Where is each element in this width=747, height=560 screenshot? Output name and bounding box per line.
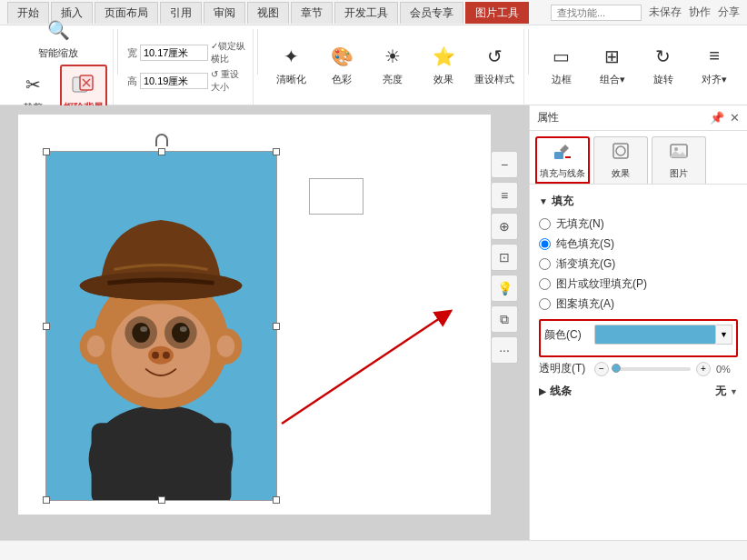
transparency-slider[interactable] <box>614 367 691 371</box>
text-align-tool-btn[interactable]: ≡ <box>491 182 518 209</box>
text-box <box>309 178 364 215</box>
width-input[interactable] <box>140 45 208 61</box>
panel-content: ▼ 填充 无填充(N) 纯色填充(S) 渐变填充(G) 图片或纹理填充(P) <box>530 185 747 540</box>
color-section-highlight: 颜色(C) ▼ <box>539 319 738 357</box>
lines-section-header[interactable]: ▶ 线条 无 ▼ <box>539 384 738 399</box>
zoom-in-tool-btn[interactable]: ⊕ <box>491 213 518 240</box>
color-btn[interactable]: 🎨 色彩 <box>318 36 365 91</box>
image-texture-fill-radio[interactable] <box>539 278 551 290</box>
tab-image-props[interactable]: 图片 <box>652 136 706 184</box>
pattern-fill-radio[interactable] <box>539 298 551 310</box>
share-btn[interactable]: 分享 <box>718 5 740 20</box>
image-texture-fill-option[interactable]: 图片或纹理填充(P) <box>539 276 738 292</box>
svg-point-9 <box>87 335 105 357</box>
ribbon-group-edit: ✦ 清晰化 🎨 色彩 ☀ 亮度 ⭐ 效果 ↺ 重设样式 <box>262 29 524 105</box>
handle-mr[interactable] <box>273 323 280 330</box>
rotate-btn[interactable]: ↻ 旋转 <box>640 36 687 91</box>
fill-section-toggle[interactable]: ▼ <box>539 196 548 206</box>
effects-btn[interactable]: ⭐ 效果 <box>420 36 467 91</box>
menu-tabs: 开始 插入 页面布局 引用 审阅 视图 章节 开发工具 会员专享 图片工具 <box>7 2 529 24</box>
height-input[interactable] <box>140 73 208 89</box>
gradient-fill-radio[interactable] <box>539 258 551 270</box>
svg-point-28 <box>616 146 625 155</box>
combine-btn[interactable]: ⊞ 组合▾ <box>589 36 636 91</box>
svg-point-15 <box>132 323 150 343</box>
brightness-btn[interactable]: ☀ 亮度 <box>369 36 416 91</box>
tab-effects[interactable]: 效果 <box>593 136 648 184</box>
transparency-thumb[interactable] <box>612 364 621 373</box>
tab-dev[interactable]: 开发工具 <box>334 2 398 24</box>
collab-btn[interactable]: 协作 <box>689 5 711 20</box>
color-swatch[interactable] <box>594 325 716 345</box>
tab-view[interactable]: 视图 <box>247 2 289 24</box>
panel-header-icons: 📌 ✕ <box>710 111 740 125</box>
lightbulb-tool-btn[interactable]: 💡 <box>491 275 518 302</box>
copy-tool-btn[interactable]: ⧉ <box>491 305 518 333</box>
pattern-fill-option[interactable]: 图案填充(A) <box>539 296 738 312</box>
handle-tc[interactable] <box>158 148 165 155</box>
pin-icon[interactable]: 📌 <box>710 111 724 125</box>
svg-point-17 <box>140 326 147 332</box>
no-fill-radio[interactable] <box>539 218 551 230</box>
svg-point-21 <box>163 352 170 359</box>
effects-tab-label: 效果 <box>612 167 630 180</box>
search-input[interactable] <box>551 5 642 21</box>
resize-label: ↺ 重设大小 <box>211 68 247 94</box>
ribbon-group-size: 宽 ✓锁定纵横比 高 ↺ 重设大小 <box>122 29 254 105</box>
crop-tool-btn[interactable]: ⊡ <box>491 244 518 271</box>
canvas-area[interactable]: − ≡ ⊕ ⊡ 💡 ⧉ ··· <box>0 105 529 540</box>
transparency-row: 透明度(T) − + 0% <box>539 361 738 376</box>
close-icon[interactable]: ✕ <box>730 111 740 125</box>
tab-layout[interactable]: 页面布局 <box>95 2 158 24</box>
handle-bc[interactable] <box>158 496 165 504</box>
smart-zoom-btn[interactable]: 🔍 智能缩放 <box>35 15 82 61</box>
tab-chapter[interactable]: 章节 <box>291 2 333 24</box>
panel-title: 属性 <box>537 110 706 125</box>
fill-line-icon <box>553 141 573 165</box>
clarify-btn[interactable]: ✦ 清晰化 <box>267 36 314 91</box>
title-bar: 开始 插入 页面布局 引用 审阅 视图 章节 开发工具 会员专享 图片工具 未保… <box>0 0 747 25</box>
color-dropdown-btn[interactable]: ▼ <box>716 325 732 345</box>
tab-image-tools[interactable]: 图片工具 <box>465 2 529 24</box>
tab-fill-line[interactable]: 填充与线条 <box>535 136 590 184</box>
lines-section-toggle[interactable]: ▶ <box>539 386 546 396</box>
transparency-minus-btn[interactable]: − <box>594 362 609 376</box>
solid-fill-option[interactable]: 纯色填充(S) <box>539 236 738 252</box>
handle-bl[interactable] <box>43 496 50 504</box>
image-background <box>46 152 276 500</box>
panel-header: 属性 📌 ✕ <box>530 105 747 131</box>
solid-fill-radio[interactable] <box>539 238 551 250</box>
handle-ml[interactable] <box>43 323 50 330</box>
properties-panel: 属性 📌 ✕ 填充与线条 <box>529 105 747 540</box>
ribbon-group-image: 🔍 智能缩放 ✂ 裁剪 抠除背景 <box>4 29 114 105</box>
clarify-icon: ✦ <box>276 42 305 71</box>
tab-review[interactable]: 审阅 <box>204 2 245 24</box>
panel-tabs: 填充与线条 效果 图片 <box>530 131 747 185</box>
handle-tl[interactable] <box>43 148 50 155</box>
align-btn[interactable]: ≡ 对齐▾ <box>691 36 738 91</box>
transparency-value: 0% <box>716 364 738 375</box>
transparency-plus-btn[interactable]: + <box>696 362 711 376</box>
no-fill-option[interactable]: 无填充(N) <box>539 216 738 232</box>
brightness-icon: ☀ <box>378 42 407 71</box>
border-btn[interactable]: ▭ 边框 <box>538 36 585 91</box>
effects-tab-icon <box>611 141 631 165</box>
gradient-fill-option[interactable]: 渐变填充(G) <box>539 256 738 272</box>
tab-member[interactable]: 会员专享 <box>400 2 463 24</box>
more-tool-btn[interactable]: ··· <box>491 336 518 364</box>
image-container[interactable] <box>45 151 277 501</box>
lines-dropdown-btn[interactable]: ▼ <box>730 387 738 396</box>
minus-tool-btn[interactable]: − <box>491 151 518 178</box>
handle-br[interactable] <box>273 496 280 504</box>
canvas-toolbar: − ≡ ⊕ ⊡ 💡 ⧉ ··· <box>491 151 518 364</box>
height-label: 高 <box>127 75 137 88</box>
image-tab-label: 图片 <box>670 167 688 180</box>
handle-tr[interactable] <box>273 148 280 155</box>
rotate-handle[interactable] <box>155 134 168 146</box>
remove-bg-icon <box>69 70 98 99</box>
svg-point-11 <box>217 335 235 357</box>
svg-point-23 <box>80 271 243 300</box>
reset-style-btn[interactable]: ↺ 重设样式 <box>471 36 518 91</box>
fill-section-header: ▼ 填充 <box>539 194 738 209</box>
tab-reference[interactable]: 引用 <box>160 2 202 24</box>
